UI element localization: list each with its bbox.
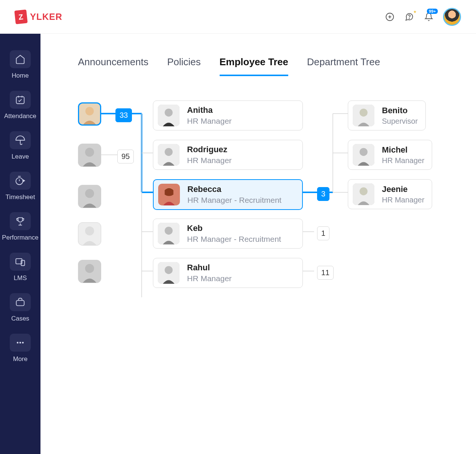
logo[interactable]: Z YLKER bbox=[15, 10, 62, 24]
sidebar-item-label: Leave bbox=[12, 153, 29, 160]
devices-icon bbox=[10, 253, 31, 271]
employee-avatar bbox=[353, 105, 374, 126]
employee-card[interactable]: Benito Supervisor bbox=[348, 100, 426, 130]
help-button[interactable]: ✦ bbox=[404, 12, 415, 22]
employee-name: Rodriguez bbox=[187, 145, 232, 154]
employee-card[interactable]: Anitha HR Manager bbox=[153, 100, 303, 130]
tab-announcements[interactable]: Announcements bbox=[78, 56, 148, 76]
sidebar-item-label: Home bbox=[12, 72, 28, 79]
sidebar-item-label: Performance bbox=[2, 234, 38, 241]
svg-point-3 bbox=[409, 18, 410, 18]
svg-point-48 bbox=[359, 148, 367, 156]
root-count-chip[interactable]: 33 bbox=[115, 108, 132, 122]
sidebar-item-timesheet[interactable]: Timesheet bbox=[3, 166, 37, 204]
tree-root-avatar[interactable] bbox=[78, 102, 101, 126]
employee-avatar bbox=[158, 223, 180, 244]
svg-point-35 bbox=[85, 264, 94, 273]
employee-tree: 33 95 Anitha HR Manager Rodriguez HR bbox=[40, 84, 476, 106]
sidebar-item-label: Cases bbox=[11, 315, 29, 322]
employee-role: Supervisor bbox=[382, 117, 418, 126]
employee-card[interactable]: Jeenie HR Manager bbox=[348, 179, 432, 209]
employee-role: HR Manager bbox=[187, 156, 232, 165]
home-icon bbox=[10, 50, 31, 68]
umbrella-icon bbox=[10, 131, 31, 149]
employee-card[interactable]: Rahul HR Manager bbox=[153, 258, 303, 288]
main-content: Announcements Policies Employee Tree Dep… bbox=[40, 34, 476, 454]
header: Z YLKER ✦ 99+ bbox=[0, 0, 476, 34]
employee-avatar bbox=[158, 105, 180, 126]
employee-name: Rahul bbox=[187, 263, 232, 273]
svg-point-42 bbox=[165, 227, 172, 235]
sidebar-item-lms[interactable]: LMS bbox=[3, 247, 37, 285]
sidebar-item-label: Timesheet bbox=[6, 193, 35, 201]
employee-count-chip[interactable]: 3 bbox=[317, 187, 329, 201]
employee-count-chip[interactable]: 1 bbox=[317, 226, 329, 240]
svg-point-31 bbox=[85, 107, 94, 115]
svg-point-50 bbox=[359, 187, 367, 195]
svg-point-39 bbox=[165, 148, 172, 156]
employee-role: HR Manager bbox=[187, 117, 232, 126]
sidebar: Home Attendance Leave Timesheet Performa… bbox=[0, 34, 40, 454]
sidebar-item-leave[interactable]: Leave bbox=[3, 126, 37, 163]
sidebar-item-performance[interactable]: Performance bbox=[3, 207, 37, 244]
employee-name: Benito bbox=[382, 106, 418, 115]
employee-card[interactable]: Keb HR Manager - Recruitment bbox=[153, 219, 303, 249]
employee-name: Michel bbox=[382, 145, 424, 155]
employee-card[interactable]: Rodriguez HR Manager bbox=[153, 140, 303, 170]
employee-avatar bbox=[158, 184, 180, 205]
employee-role: HR Manager bbox=[382, 196, 424, 204]
svg-point-44 bbox=[165, 266, 172, 274]
svg-point-46 bbox=[359, 109, 367, 117]
employee-avatar bbox=[158, 144, 180, 166]
briefcase-icon bbox=[10, 293, 31, 311]
employee-name: Keb bbox=[187, 223, 281, 233]
calendar-icon bbox=[10, 91, 31, 109]
employee-role: HR Manager - Recruitment bbox=[187, 196, 281, 205]
employee-role: HR Manager bbox=[187, 274, 232, 283]
add-button[interactable] bbox=[385, 12, 395, 22]
header-actions: ✦ 99+ bbox=[385, 8, 461, 26]
tree-sibling-avatar-empty[interactable] bbox=[78, 222, 101, 246]
profile-avatar[interactable] bbox=[443, 8, 461, 26]
svg-point-16 bbox=[22, 342, 24, 344]
tab-employee-tree[interactable]: Employee Tree bbox=[220, 56, 289, 76]
employee-avatar bbox=[353, 144, 374, 166]
tab-policies[interactable]: Policies bbox=[167, 56, 201, 76]
sidebar-item-home[interactable]: Home bbox=[3, 45, 37, 82]
sibling-count-chip[interactable]: 95 bbox=[117, 150, 134, 163]
tab-bar: Announcements Policies Employee Tree Dep… bbox=[40, 34, 476, 84]
sidebar-item-label: More bbox=[13, 355, 28, 363]
svg-point-15 bbox=[19, 342, 21, 344]
timer-icon bbox=[10, 172, 31, 190]
employee-avatar bbox=[158, 262, 180, 284]
employee-card-selected[interactable]: Rebecca HR Manager - Recruitment bbox=[153, 179, 303, 210]
employee-role: HR Manager bbox=[382, 156, 424, 165]
employee-role: HR Manager - Recruitment bbox=[187, 235, 281, 244]
employee-count-chip[interactable]: 11 bbox=[317, 266, 334, 280]
employee-avatar bbox=[353, 183, 374, 205]
logo-badge: Z bbox=[14, 9, 28, 24]
trophy-icon bbox=[10, 212, 31, 230]
svg-rect-13 bbox=[16, 300, 24, 306]
sparkle-icon: ✦ bbox=[413, 9, 417, 15]
sidebar-item-more[interactable]: More bbox=[3, 328, 37, 366]
svg-point-33 bbox=[85, 189, 94, 198]
tree-sibling-avatar[interactable] bbox=[78, 144, 101, 167]
sidebar-item-cases[interactable]: Cases bbox=[3, 288, 37, 325]
employee-card[interactable]: Michel HR Manager bbox=[348, 140, 432, 170]
tree-sibling-avatar[interactable] bbox=[78, 185, 101, 208]
svg-point-14 bbox=[17, 342, 19, 344]
more-icon bbox=[10, 334, 31, 352]
svg-point-32 bbox=[85, 148, 94, 157]
tab-department-tree[interactable]: Department Tree bbox=[307, 56, 380, 76]
sidebar-item-attendance[interactable]: Attendance bbox=[3, 85, 37, 123]
employee-name: Anitha bbox=[187, 105, 232, 115]
tree-sibling-avatar[interactable] bbox=[78, 260, 101, 283]
notification-badge: 99+ bbox=[427, 9, 438, 14]
tree-connectors bbox=[40, 84, 476, 421]
sidebar-item-label: LMS bbox=[14, 274, 27, 282]
svg-point-37 bbox=[165, 109, 172, 117]
notification-button[interactable]: 99+ bbox=[424, 12, 434, 22]
svg-point-8 bbox=[16, 178, 23, 185]
svg-point-34 bbox=[85, 226, 94, 235]
